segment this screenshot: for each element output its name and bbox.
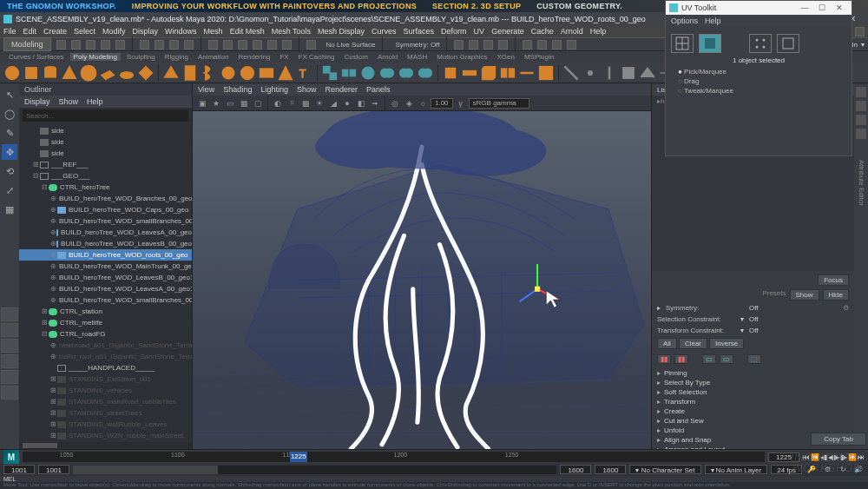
polysvg-icon[interactable] <box>258 64 275 82</box>
shelf-tab-poly-modeling[interactable]: Poly Modeling <box>70 53 121 61</box>
show-button[interactable]: Show <box>790 289 819 301</box>
polygear-icon[interactable] <box>220 64 237 82</box>
polyhelix-icon[interactable] <box>201 64 218 82</box>
vp-gamma-field[interactable]: sRGB gamma <box>469 98 529 109</box>
snap-icon[interactable] <box>267 40 277 50</box>
outliner-menu-show[interactable]: Show <box>59 97 79 106</box>
outliner-item[interactable]: ⊕BUILD_heroTree_WOD_smallBranches_00_geo <box>19 215 192 227</box>
polysphere-icon[interactable] <box>3 64 21 82</box>
snap-icon[interactable] <box>253 40 262 50</box>
outliner-item[interactable]: ⊕newbroad_a01_Gigantic_SandStone_Terrain… <box>19 340 192 351</box>
focus-button[interactable]: Focus <box>818 274 849 286</box>
outliner-item[interactable]: ⊞STANDINS_wallRubble_Leaves <box>19 419 192 430</box>
uv-grow-icon[interactable]: ▮▮ <box>657 354 671 364</box>
bevel-icon[interactable] <box>480 64 497 82</box>
shelf-tab-fx-caching[interactable]: FX Caching <box>295 53 339 61</box>
sel-mask-icon[interactable] <box>169 40 179 50</box>
vp-shadow-icon[interactable]: ◢ <box>327 97 339 109</box>
booleans-icon[interactable] <box>398 64 415 82</box>
vp-renderer[interactable]: Renderer <box>325 85 358 94</box>
menu-curves[interactable]: Curves <box>372 27 397 36</box>
mesh-icon[interactable] <box>537 64 555 82</box>
uvkit-help[interactable]: Help <box>705 17 721 25</box>
outliner-item[interactable]: ⊟CTRL_roadFG <box>19 328 192 340</box>
booleans-icon[interactable] <box>417 64 434 82</box>
layout-outliner-icon[interactable] <box>1 339 18 353</box>
vp-image-plane-icon[interactable]: ▭ <box>224 97 236 109</box>
scale-tool-icon[interactable]: ⤢ <box>2 182 17 198</box>
uv-to-uv-icon[interactable]: ⬚ <box>747 354 761 364</box>
outliner-item[interactable]: ⊞CTRL_station <box>19 306 192 317</box>
clear-button[interactable]: Clear <box>679 338 707 349</box>
render-icon[interactable] <box>567 40 576 50</box>
uv-section-create[interactable]: Create <box>657 407 849 415</box>
sel-mask-icon[interactable] <box>140 40 149 50</box>
outliner-item[interactable]: ⊟___GEO___ <box>19 170 192 182</box>
gear-icon[interactable]: ⚙ <box>843 304 849 312</box>
uv-shell-shaded-icon[interactable] <box>699 34 721 53</box>
outliner-item[interactable]: ⊞STANDINS_streetTrees <box>19 407 192 419</box>
live-surface-status[interactable]: No Live Surface <box>326 41 376 49</box>
shelf-tab-arnold[interactable]: Arnold <box>374 53 401 61</box>
vp-motion-icon[interactable]: ➟ <box>369 97 381 109</box>
uvkit-min-button[interactable]: — <box>796 3 813 12</box>
polypyramid-icon[interactable] <box>162 64 180 82</box>
outliner-item[interactable]: _____HANDPLACED_____ <box>19 362 192 373</box>
menu-edit[interactable]: Edit <box>23 27 37 36</box>
vp-ao-icon[interactable]: ● <box>341 97 353 109</box>
time-slider[interactable]: M 1050 1100 1150 1200 1250 1225 1225 ⏮ ⏪… <box>0 450 868 464</box>
menu-help[interactable]: Help <box>590 27 607 36</box>
mirror-icon[interactable] <box>499 64 516 82</box>
outliner-item[interactable]: ⊕BUILD_heroTree_WOD_LeavesA_00_geo <box>19 227 192 238</box>
multicut-icon[interactable] <box>562 64 580 82</box>
viewport[interactable] <box>193 111 651 449</box>
uv-to-edge-icon[interactable]: ▭ <box>702 354 716 364</box>
workspace-icon2[interactable] <box>855 27 865 36</box>
channelbox-tab-icon[interactable] <box>856 87 866 97</box>
polycylinder-icon[interactable] <box>42 64 59 82</box>
menu-select[interactable]: Select <box>74 27 95 36</box>
uv-sel-icon[interactable] <box>749 34 772 53</box>
uv-section-cut-and-sew[interactable]: Cut and Sew <box>657 417 849 425</box>
outliner-scrollbar[interactable] <box>19 442 192 449</box>
polytype-icon[interactable]: T <box>296 64 313 82</box>
outliner-item[interactable]: side <box>19 125 192 136</box>
outliner-item[interactable]: ⊕bdRd_roof_a01_Gigantic_SandStone_Terrai… <box>19 351 192 362</box>
vp-lighting[interactable]: Lighting <box>260 85 288 94</box>
command-line[interactable]: MEL <box>0 476 868 483</box>
outliner-item[interactable]: ⊞STANDINS_WZN_rubble_mainStreet <box>19 430 192 441</box>
shelf-tab-xgen[interactable]: XGen <box>493 53 517 61</box>
layout-persp-icon[interactable] <box>1 354 18 368</box>
paint-select-icon[interactable]: ✎ <box>2 125 17 141</box>
uv-section-arrange-and-layout[interactable]: Arrange and Layout <box>657 446 849 449</box>
symmetry-status[interactable]: Symmetry: Off <box>395 41 439 49</box>
live-icon[interactable] <box>306 40 316 50</box>
snap-icon[interactable] <box>238 40 247 50</box>
vp-aa-icon[interactable]: ◧ <box>355 97 367 109</box>
polypipe-icon[interactable] <box>181 64 199 82</box>
uvkit-options[interactable]: Options <box>671 17 698 25</box>
uv-section-transform[interactable]: Transform <box>657 398 849 406</box>
transconst-value[interactable]: Off <box>749 327 759 334</box>
vp-grid-icon[interactable]: ▦ <box>238 97 250 109</box>
uv-marquee-radios[interactable]: Pick/MarqueeDragTweak/Marquee <box>678 68 846 95</box>
outliner-tree[interactable]: sidesideside⊞___REF___⊟___GEO___⊟CTRL_he… <box>19 123 192 442</box>
polytorus-icon[interactable] <box>80 64 97 82</box>
layout-uv-icon[interactable] <box>1 386 18 400</box>
menu-arnold[interactable]: Arnold <box>561 27 583 36</box>
menu-edit-mesh[interactable]: Edit Mesh <box>230 27 265 36</box>
construction-icon[interactable] <box>483 40 493 50</box>
vp-shading[interactable]: Shading <box>223 85 252 94</box>
outliner-item[interactable]: ⊕BUILD_heroTree_WOD_roots_00_geo <box>19 249 192 261</box>
uv-section-select-by-type[interactable]: Select By Type <box>657 379 849 387</box>
outliner-item[interactable]: ⊕BUILD_heroTree_WOD_LeavesB_00_geo1 <box>19 272 192 283</box>
rotate-tool-icon[interactable]: ⟲ <box>2 163 17 179</box>
bridge-icon[interactable] <box>461 64 478 82</box>
separate-icon[interactable] <box>340 64 358 82</box>
crease-icon[interactable] <box>639 64 656 82</box>
vp-xray-icon[interactable]: ◈ <box>403 97 415 109</box>
outliner-item[interactable]: ⊕BUILD_heroTree_WOD_Branches_00_geo <box>19 193 192 204</box>
anim-start-field[interactable]: 1001 <box>3 465 35 474</box>
presets-label[interactable]: Presets <box>762 289 786 301</box>
copy-tab-button[interactable]: Copy Tab <box>811 433 866 446</box>
